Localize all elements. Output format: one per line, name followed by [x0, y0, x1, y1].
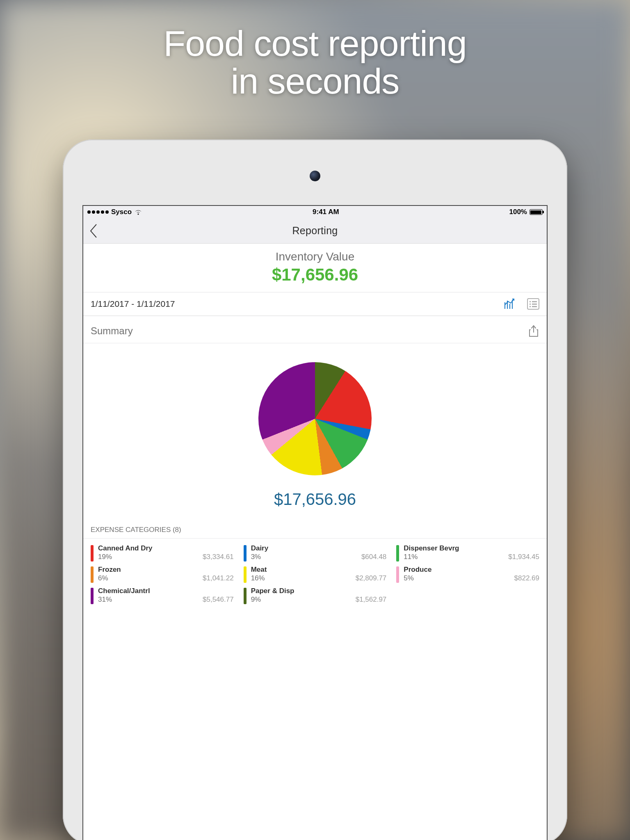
expense-name: Canned And Dry [98, 544, 199, 553]
expense-name: Meat [251, 566, 352, 574]
date-filter-row: 1/11/2017 - 1/11/2017 [83, 292, 547, 316]
color-swatch [91, 566, 94, 583]
color-swatch [244, 588, 247, 604]
expense-item[interactable]: Dairy3%$604.48 [244, 544, 387, 562]
ipad-device-frame: Sysco 9:41 AM 100% Reporting Inventory V… [63, 139, 567, 840]
expense-item[interactable]: Dispenser Bevrg11%$1,934.45 [396, 544, 539, 562]
page-title: Reporting [292, 225, 338, 237]
promo-line1: Food cost reporting [0, 25, 630, 62]
expense-pct: 11% [404, 553, 504, 562]
color-swatch [396, 566, 399, 583]
svg-rect-5 [530, 301, 531, 302]
promo-headline: Food cost reporting in seconds [0, 0, 630, 100]
status-bar: Sysco 9:41 AM 100% [83, 206, 547, 218]
chart-total: $17,656.96 [83, 490, 547, 509]
share-icon[interactable] [528, 325, 539, 337]
expense-item[interactable]: Produce5%$822.69 [396, 566, 539, 583]
svg-rect-6 [532, 301, 537, 302]
color-swatch [244, 566, 247, 583]
list-view-icon[interactable] [527, 298, 539, 310]
expense-pct: 16% [251, 574, 352, 583]
color-swatch [244, 545, 247, 562]
inventory-value-block: Inventory Value $17,656.96 [83, 244, 547, 292]
battery-icon [530, 209, 543, 215]
expense-name: Frozen [98, 566, 199, 574]
expense-amount: $2,809.77 [356, 574, 387, 583]
expense-pct: 3% [251, 553, 357, 562]
expense-pct: 31% [98, 596, 199, 604]
chart-area: $17,656.96 [83, 343, 547, 513]
expense-item[interactable]: Paper & Disp9%$1,562.97 [244, 587, 387, 604]
expense-amount: $1,562.97 [356, 596, 387, 604]
summary-label: Summary [91, 325, 133, 337]
carrier-label: Sysco [111, 208, 132, 216]
signal-strength-icon [87, 210, 109, 214]
expense-item[interactable]: Chemical/Jantrl31%$5,546.77 [91, 587, 234, 604]
svg-rect-9 [530, 306, 531, 307]
expense-name: Paper & Disp [251, 587, 352, 596]
expense-item[interactable]: Frozen6%$1,041.22 [91, 566, 234, 583]
expense-pie-chart[interactable] [258, 362, 372, 475]
expense-pct: 6% [98, 574, 199, 583]
expense-item[interactable]: Canned And Dry19%$3,334.61 [91, 544, 234, 562]
wifi-icon [134, 209, 142, 215]
expense-name: Produce [404, 566, 510, 574]
back-button[interactable] [89, 224, 98, 238]
expense-amount: $822.69 [514, 574, 539, 583]
promo-line2: in seconds [0, 62, 630, 100]
expense-amount: $604.48 [361, 553, 386, 562]
color-swatch [91, 588, 94, 604]
expense-name: Chemical/Jantrl [98, 587, 199, 596]
expense-name: Dairy [251, 544, 357, 553]
expense-pct: 5% [404, 574, 510, 583]
expense-categories-header: EXPENSE CATEGORIES (8) [83, 513, 547, 539]
battery-pct: 100% [509, 208, 527, 216]
color-swatch [396, 545, 399, 562]
svg-rect-7 [530, 304, 531, 305]
screen: Sysco 9:41 AM 100% Reporting Inventory V… [82, 205, 548, 840]
expense-name: Dispenser Bevrg [404, 544, 504, 553]
svg-rect-10 [532, 306, 537, 307]
expense-pct: 19% [98, 553, 199, 562]
date-range[interactable]: 1/11/2017 - 1/11/2017 [91, 299, 175, 309]
expense-item[interactable]: Meat16%$2,809.77 [244, 566, 387, 583]
clock: 9:41 AM [313, 208, 339, 216]
expense-amount: $1,041.22 [203, 574, 234, 583]
expense-pct: 9% [251, 596, 352, 604]
expense-amount: $3,334.61 [203, 553, 234, 562]
chart-view-icon[interactable] [504, 298, 516, 310]
summary-header-row: Summary [83, 316, 547, 343]
color-swatch [91, 545, 94, 562]
expense-amount: $5,546.77 [203, 596, 234, 604]
expense-categories-grid: Canned And Dry19%$3,334.61Dairy3%$604.48… [83, 539, 547, 604]
nav-bar: Reporting [83, 218, 547, 244]
inventory-value-amount: $17,656.96 [83, 265, 547, 285]
inventory-value-label: Inventory Value [83, 250, 547, 263]
svg-rect-8 [532, 304, 537, 305]
front-camera [310, 171, 320, 181]
expense-amount: $1,934.45 [508, 553, 539, 562]
